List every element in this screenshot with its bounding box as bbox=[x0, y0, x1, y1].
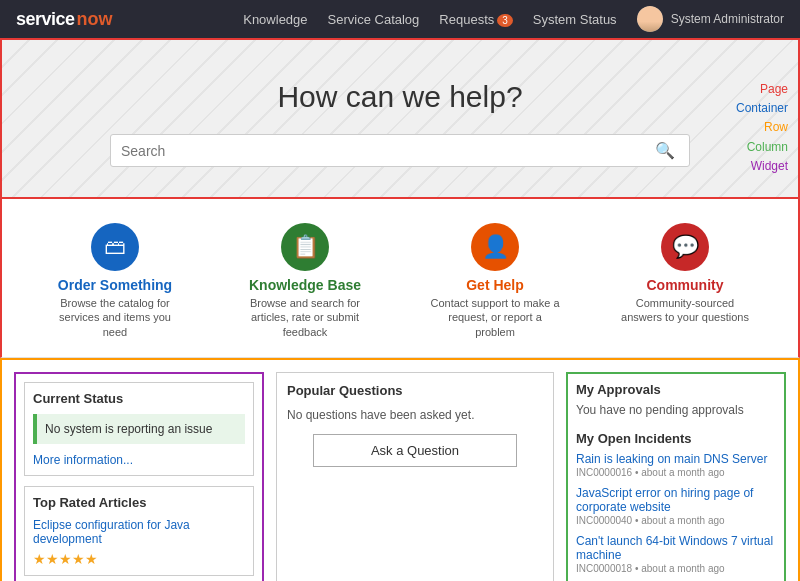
avatar bbox=[637, 6, 663, 32]
articles-widget: Top Rated Articles Eclipse configuration… bbox=[24, 486, 254, 576]
category-community[interactable]: 💬 Community Community-sourced answers to… bbox=[620, 223, 750, 339]
incidents-title: My Open Incidents bbox=[576, 431, 776, 446]
community-icon: 💬 bbox=[672, 234, 699, 260]
article-stars: ★★★★★ bbox=[33, 551, 245, 567]
knowledge-desc: Browse and search for articles, rate or … bbox=[240, 296, 370, 339]
status-text: No system is reporting an issue bbox=[45, 422, 212, 436]
categories-row: 🗃 Order Something Browse the catalog for… bbox=[0, 199, 800, 358]
requests-badge: 3 bbox=[497, 14, 513, 27]
nav-service-catalog[interactable]: Service Catalog bbox=[328, 12, 420, 27]
category-help[interactable]: 👤 Get Help Contact support to make a req… bbox=[430, 223, 560, 339]
help-desc: Contact support to make a request, or re… bbox=[430, 296, 560, 339]
more-info-link[interactable]: More information... bbox=[33, 453, 133, 467]
incident-link-2[interactable]: Can't launch 64-bit Windows 7 virtual ma… bbox=[576, 534, 776, 562]
popular-questions-title: Popular Questions bbox=[287, 383, 543, 398]
header-nav: Knowledge Service Catalog Requests3 Syst… bbox=[243, 6, 784, 32]
order-desc: Browse the catalog for services and item… bbox=[50, 296, 180, 339]
incident-id-0: INC0000016 bbox=[576, 467, 632, 478]
hero-section: Page Container Row Column Widget How can… bbox=[0, 38, 800, 199]
order-title: Order Something bbox=[58, 277, 172, 293]
no-questions-text: No questions have been asked yet. bbox=[287, 408, 543, 422]
ask-question-button[interactable]: Ask a Question bbox=[313, 434, 518, 467]
incident-time-1: about a month ago bbox=[641, 515, 724, 526]
status-widget: Current Status No system is reporting an… bbox=[24, 382, 254, 476]
nav-requests[interactable]: Requests bbox=[439, 12, 494, 27]
logo-now-text: now bbox=[77, 9, 113, 30]
search-button[interactable]: 🔍 bbox=[651, 141, 679, 160]
incidents-section: My Open Incidents Rain is leaking on mai… bbox=[576, 431, 776, 581]
hero-title: How can we help? bbox=[22, 80, 778, 114]
main-content: Current Status No system is reporting an… bbox=[0, 358, 800, 581]
incident-time-2: about a month ago bbox=[641, 563, 724, 574]
left-column: Current Status No system is reporting an… bbox=[14, 372, 264, 581]
incident-link-0[interactable]: Rain is leaking on main DNS Server bbox=[576, 452, 776, 466]
status-bar: No system is reporting an issue bbox=[33, 414, 245, 444]
nav-system-status[interactable]: System Status bbox=[533, 12, 617, 27]
order-icon: 🗃 bbox=[104, 234, 126, 260]
logo[interactable]: servicenow bbox=[16, 9, 113, 30]
incident-time-0: about a month ago bbox=[641, 467, 724, 478]
incident-id-2: INC0000018 bbox=[576, 563, 632, 574]
debug-labels: Page Container Row Column Widget bbox=[736, 80, 788, 176]
articles-widget-title: Top Rated Articles bbox=[33, 495, 245, 510]
category-knowledge[interactable]: 📋 Knowledge Base Browse and search for a… bbox=[240, 223, 370, 339]
order-icon-circle: 🗃 bbox=[91, 223, 139, 271]
label-page: Page bbox=[736, 80, 788, 99]
community-title: Community bbox=[647, 277, 724, 293]
help-icon-circle: 👤 bbox=[471, 223, 519, 271]
header: servicenow Knowledge Service Catalog Req… bbox=[0, 0, 800, 38]
community-icon-circle: 💬 bbox=[661, 223, 709, 271]
label-column: Column bbox=[736, 138, 788, 157]
approvals-section: My Approvals You have no pending approva… bbox=[576, 382, 776, 417]
search-input[interactable] bbox=[121, 143, 651, 159]
incident-meta-1: INC0000040 • about a month ago bbox=[576, 515, 776, 526]
help-title: Get Help bbox=[466, 277, 524, 293]
user-name: System Administrator bbox=[671, 12, 784, 26]
search-bar: 🔍 bbox=[110, 134, 690, 167]
nav-knowledge[interactable]: Knowledge bbox=[243, 12, 307, 27]
user-menu[interactable]: System Administrator bbox=[637, 6, 784, 32]
label-row: Row bbox=[736, 118, 788, 137]
knowledge-title: Knowledge Base bbox=[249, 277, 361, 293]
incident-id-1: INC0000040 bbox=[576, 515, 632, 526]
status-widget-title: Current Status bbox=[33, 391, 245, 406]
incident-link-1[interactable]: JavaScript error on hiring page of corpo… bbox=[576, 486, 776, 514]
knowledge-icon-circle: 📋 bbox=[281, 223, 329, 271]
incident-meta-0: INC0000016 • about a month ago bbox=[576, 467, 776, 478]
incident-meta-2: INC0000018 • about a month ago bbox=[576, 563, 776, 574]
logo-service-text: service bbox=[16, 9, 75, 30]
help-icon: 👤 bbox=[482, 234, 509, 260]
no-approvals-text: You have no pending approvals bbox=[576, 403, 776, 417]
label-widget: Widget bbox=[736, 157, 788, 176]
label-container: Container bbox=[736, 99, 788, 118]
category-order[interactable]: 🗃 Order Something Browse the catalog for… bbox=[50, 223, 180, 339]
middle-column: Popular Questions No questions have been… bbox=[276, 372, 554, 581]
knowledge-icon: 📋 bbox=[292, 234, 319, 260]
approvals-title: My Approvals bbox=[576, 382, 776, 397]
right-column: My Approvals You have no pending approva… bbox=[566, 372, 786, 581]
article-link[interactable]: Eclipse configuration for Java developme… bbox=[33, 518, 245, 546]
community-desc: Community-sourced answers to your questi… bbox=[620, 296, 750, 325]
nav-requests-wrapper: Requests3 bbox=[439, 12, 512, 27]
